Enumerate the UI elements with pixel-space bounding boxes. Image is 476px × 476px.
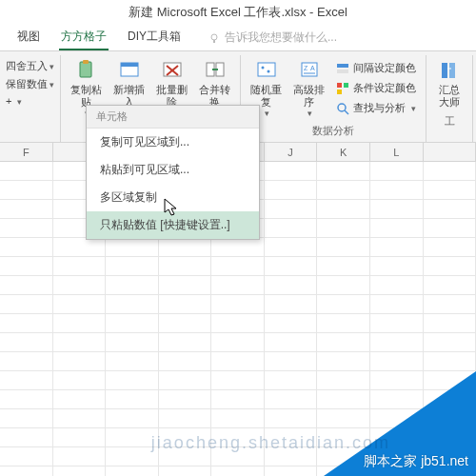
cell[interactable]	[211, 257, 265, 275]
cell[interactable]	[265, 238, 318, 256]
cell[interactable]	[106, 409, 159, 427]
cell[interactable]	[0, 276, 53, 294]
cell[interactable]	[265, 295, 318, 313]
cell[interactable]	[53, 447, 107, 466]
cell[interactable]	[265, 276, 318, 294]
cell[interactable]	[265, 257, 318, 275]
cell[interactable]	[370, 238, 424, 256]
cell[interactable]	[211, 409, 265, 427]
cell[interactable]	[53, 295, 107, 313]
cell[interactable]	[0, 466, 53, 476]
cell[interactable]	[424, 295, 477, 313]
cell[interactable]	[53, 333, 107, 351]
cell[interactable]	[159, 295, 212, 313]
col-head[interactable]: L	[370, 143, 424, 161]
col-head[interactable]: F	[0, 143, 53, 161]
tab-diy[interactable]: DIY工具箱	[126, 25, 183, 50]
cell[interactable]	[53, 428, 107, 446]
cell[interactable]	[317, 352, 370, 370]
cell[interactable]	[53, 466, 107, 476]
cell[interactable]	[159, 466, 212, 476]
cell[interactable]	[159, 257, 212, 275]
cell[interactable]	[211, 371, 265, 389]
cell[interactable]	[424, 162, 477, 180]
cell[interactable]	[265, 409, 318, 427]
cell[interactable]	[53, 276, 107, 294]
cell[interactable]	[370, 295, 424, 313]
cell[interactable]	[424, 257, 477, 275]
cell[interactable]	[106, 466, 159, 476]
cell[interactable]	[424, 219, 477, 237]
cell[interactable]	[317, 295, 370, 313]
cell[interactable]	[211, 276, 265, 294]
cell[interactable]	[106, 276, 159, 294]
cell[interactable]	[370, 257, 424, 275]
check-button[interactable]: 查找与分析▾	[332, 99, 420, 117]
dd-copy-visible[interactable]: 复制可见区域到...	[87, 129, 259, 156]
cell[interactable]	[370, 162, 424, 180]
cell[interactable]	[0, 409, 53, 427]
cell[interactable]	[370, 276, 424, 294]
cell[interactable]	[265, 219, 318, 237]
cell[interactable]	[317, 200, 370, 218]
cell[interactable]	[106, 295, 159, 313]
cell[interactable]	[106, 390, 159, 408]
cell[interactable]	[0, 333, 53, 351]
interval-color-button[interactable]: 间隔设定颜色	[332, 59, 420, 77]
cell[interactable]	[317, 219, 370, 237]
cell[interactable]	[159, 371, 212, 389]
cell[interactable]	[0, 257, 53, 275]
cell[interactable]	[53, 390, 107, 408]
cell[interactable]	[265, 390, 318, 408]
cell[interactable]	[211, 295, 265, 313]
round-btn[interactable]: 四舍五入▾	[6, 57, 54, 75]
cell[interactable]	[317, 181, 370, 199]
cell[interactable]	[0, 219, 53, 237]
cell[interactable]	[159, 238, 212, 256]
cell[interactable]	[317, 238, 370, 256]
cell[interactable]	[370, 333, 424, 351]
cell[interactable]	[159, 333, 212, 351]
cell[interactable]	[317, 276, 370, 294]
dd-paste-visible[interactable]: 粘贴到可见区域...	[87, 156, 259, 184]
cell[interactable]	[370, 181, 424, 199]
cell[interactable]	[0, 162, 53, 180]
cell[interactable]	[370, 219, 424, 237]
cell[interactable]	[159, 390, 212, 408]
cell[interactable]	[159, 314, 212, 332]
cell[interactable]	[106, 257, 159, 275]
cell[interactable]	[317, 257, 370, 275]
cell[interactable]	[0, 428, 53, 446]
cell[interactable]	[211, 466, 265, 476]
cell[interactable]	[159, 409, 212, 427]
cell[interactable]	[0, 238, 53, 256]
cell[interactable]	[211, 352, 265, 370]
cell[interactable]	[106, 371, 159, 389]
cell[interactable]	[0, 371, 53, 389]
cell[interactable]	[424, 181, 477, 199]
cell[interactable]	[424, 238, 477, 256]
cell[interactable]	[159, 352, 212, 370]
cell[interactable]	[53, 409, 107, 427]
cell[interactable]	[106, 352, 159, 370]
keep-value-btn[interactable]: 保留数值▾	[6, 75, 54, 93]
cell[interactable]	[370, 314, 424, 332]
cell[interactable]	[370, 352, 424, 370]
cell[interactable]	[106, 238, 159, 256]
cell[interactable]	[0, 352, 53, 370]
cell[interactable]	[265, 333, 318, 351]
cell[interactable]	[424, 333, 477, 351]
cell[interactable]	[424, 352, 477, 370]
cell[interactable]	[265, 466, 318, 476]
cell[interactable]	[370, 200, 424, 218]
cell[interactable]	[317, 162, 370, 180]
cell[interactable]	[265, 371, 318, 389]
cell[interactable]	[0, 314, 53, 332]
cell[interactable]	[53, 371, 107, 389]
col-head[interactable]	[424, 143, 477, 161]
cell[interactable]	[265, 352, 318, 370]
cell[interactable]	[106, 314, 159, 332]
dd-paste-values[interactable]: 只粘贴数值 [快捷键设置..]	[87, 211, 259, 239]
col-head[interactable]: J	[265, 143, 318, 161]
cell[interactable]	[0, 390, 53, 408]
